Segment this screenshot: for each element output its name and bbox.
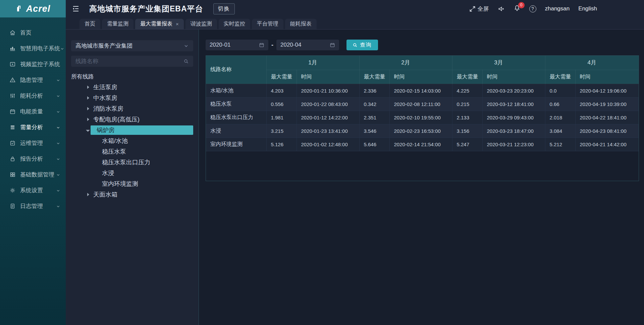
table-row: 稳压水泵0.5562020-01-22 08:43:000.3422020-02… (206, 97, 639, 111)
sub-header: 最大需量 (452, 70, 482, 84)
sub-header: 时间 (482, 70, 545, 84)
chevron-down-icon (56, 125, 60, 129)
fullscreen-button[interactable]: 全屏 (469, 5, 489, 13)
tree-node[interactable]: 室内环境监测 (71, 178, 193, 189)
query-button-label: 查询 (360, 42, 372, 49)
tree-node[interactable]: 锅炉房 (71, 125, 193, 136)
tab-energy-report[interactable]: 能耗报表 (285, 19, 317, 29)
max-demand-cell: 0.215 (452, 97, 482, 111)
search-icon (353, 43, 358, 48)
sidebar-item-om-manage[interactable]: 运维管理 (0, 135, 66, 151)
chevron-down-icon (60, 46, 64, 51)
collapse-arrow-icon[interactable] (87, 96, 89, 100)
sidebar-item-demand-analysis[interactable]: 需量分析 (0, 119, 66, 135)
tree-node-label: 室内环境监测 (102, 180, 138, 188)
tab-realtime-monitor[interactable]: 实时监控 (219, 19, 250, 29)
tab-max-demand-report[interactable]: 最大需量报表× (135, 19, 184, 29)
sidebar-item-base-data[interactable]: 基础数据管理 (0, 167, 66, 182)
username[interactable]: zhangsan (545, 5, 570, 12)
home-icon (9, 30, 16, 36)
tree-node[interactable]: 水浸 (71, 168, 193, 178)
date-from-input[interactable]: 2020-01 (206, 40, 268, 50)
max-demand-cell: 5.646 (359, 138, 389, 151)
sidebar-item-video-monitor[interactable]: 视频监控子系统 (0, 56, 66, 72)
time-cell: 2020-02-23 16:53:00 (389, 124, 452, 138)
sidebar-item-system-settings[interactable]: 系统设置 (0, 182, 66, 198)
line-name-header: 线路名称 (206, 56, 266, 84)
tree-node[interactable]: 稳压水泵 (71, 146, 193, 157)
tab-label: 需量监测 (107, 20, 128, 28)
collapse-arrow-icon[interactable] (87, 118, 89, 121)
language-switch[interactable]: English (578, 5, 597, 12)
notification-badge: 0 (518, 2, 525, 8)
calendar-icon (330, 42, 335, 48)
collapse-arrow-icon[interactable] (87, 107, 89, 110)
chevron-down-icon (56, 188, 60, 193)
close-tab-icon[interactable]: × (176, 21, 179, 27)
tab-harmonic-monitor[interactable]: 谐波监测 (185, 19, 217, 29)
tab-platform-manage[interactable]: 平台管理 (252, 19, 283, 29)
sidebar-item-home[interactable]: 首页 (0, 25, 66, 41)
sidebar-item-label: 电能质量 (20, 108, 43, 115)
tree-node[interactable]: 消防水泵房 (71, 103, 193, 114)
fullscreen-label: 全屏 (478, 5, 489, 13)
org-select[interactable]: 高地城市服务产业集团 (71, 40, 193, 51)
sidebar-item-hazard-manage[interactable]: 隐患管理 (0, 72, 66, 88)
help-icon: ? (531, 6, 534, 11)
date-to-input[interactable]: 2020-04 (276, 40, 339, 50)
tree-node[interactable]: 生活泵房 (71, 82, 193, 93)
tab-home[interactable]: 首页 (79, 19, 100, 29)
sidebar-item-log-manage[interactable]: 日志管理 (0, 198, 66, 214)
video-icon (9, 61, 16, 67)
tree-node-label: 中水泵房 (93, 94, 117, 102)
tab-label: 最大需量报表 (140, 20, 172, 28)
line-name-cell: 稳压水泵出口压力 (206, 111, 266, 124)
max-demand-cell: 5.212 (545, 138, 575, 151)
sidebar-item-label: 能耗分析 (20, 92, 43, 100)
notifications-button[interactable]: 0 (514, 5, 521, 13)
tree-node[interactable]: 中水泵房 (71, 93, 193, 103)
switch-button[interactable]: 切换 (213, 3, 235, 14)
tree-node-label: 水箱/水池 (102, 137, 128, 145)
time-cell: 2020-03-23 20:23:00 (482, 84, 545, 97)
table-row: 水箱/水池4.2032020-01-21 10:36:002.3362020-0… (206, 84, 639, 97)
report-table-wrap: 线路名称1月2月3月4月最大需量时间最大需量时间最大需量时间最大需量时间 水箱/… (206, 55, 639, 181)
sub-header: 最大需量 (266, 70, 297, 84)
query-button[interactable]: 查询 (346, 40, 378, 50)
expand-arrow-icon[interactable] (86, 130, 90, 132)
max-demand-cell: 2.336 (359, 84, 389, 97)
sidebar-item-smart-power[interactable]: 智慧用电子系统 (0, 41, 66, 56)
sidebar-item-energy-analysis[interactable]: 能耗分析 (0, 88, 66, 104)
lock-icon (9, 156, 16, 162)
tree-node[interactable]: 专配电房(高低压) (71, 114, 193, 125)
line-search-input[interactable]: 线路名称 (71, 56, 193, 67)
mute-speaker-icon[interactable] (498, 5, 505, 12)
sub-header: 最大需量 (545, 70, 575, 84)
help-button[interactable]: ? (529, 5, 536, 12)
line-name-cell: 水浸 (206, 124, 266, 138)
app-root: Acrel 首页智慧用电子系统视频监控子系统隐患管理能耗分析电能质量需量分析运维… (0, 0, 644, 325)
max-demand-cell: 0.0 (545, 84, 575, 97)
collapse-arrow-icon[interactable] (87, 86, 89, 89)
max-demand-cell: 5.247 (452, 138, 482, 151)
sidebar-item-power-quality[interactable]: 电能质量 (0, 104, 66, 119)
tree-node[interactable]: 天面水箱 (71, 189, 193, 200)
sidebar-item-label: 报告分析 (20, 155, 43, 163)
sidebar-item-report-analysis[interactable]: 报告分析 (0, 151, 66, 167)
max-demand-cell: 0.556 (266, 97, 297, 111)
collapse-menu-icon[interactable] (72, 5, 80, 13)
line-name-cell: 稳压水泵 (206, 97, 266, 111)
table-row: 稳压水泵出口压力1.9812020-01-12 14:22:002.351202… (206, 111, 639, 124)
brand-name: Acrel (26, 4, 51, 14)
time-cell: 2020-01-02 12:48:00 (297, 138, 359, 151)
tree-node[interactable]: 水箱/水池 (71, 136, 193, 146)
table-header-row: 线路名称1月2月3月4月 (206, 56, 639, 70)
tree-root-all-lines[interactable]: 所有线路 (71, 71, 193, 82)
gear-icon (9, 187, 16, 194)
main-area: 2020-01 - 2020-04 查询 (199, 30, 644, 325)
tree-node[interactable]: 稳压水泵出口压力 (71, 157, 193, 168)
collapse-arrow-icon[interactable] (87, 193, 89, 196)
tab-demand-monitor[interactable]: 需量监测 (102, 19, 133, 29)
warning-icon (9, 77, 16, 83)
chevron-down-icon (56, 109, 60, 114)
